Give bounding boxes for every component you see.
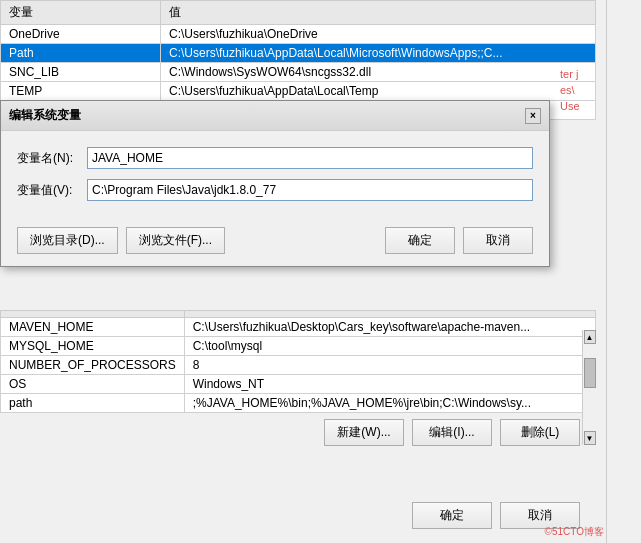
main-background: 变量 值 OneDriveC:\Users\fuzhikua\OneDriveP… (0, 0, 610, 543)
modal-close-button[interactable]: × (525, 108, 541, 124)
modal-ok-button[interactable]: 确定 (385, 227, 455, 254)
user-var-row[interactable]: SNC_LIBC:\Windows\SysWOW64\sncgss32.dll (1, 63, 596, 82)
user-var-row[interactable]: PathC:\Users\fuzhikua\AppData\Local\Micr… (1, 44, 596, 63)
user-var-val: C:\Users\fuzhikua\AppData\Local\Microsof… (161, 44, 596, 63)
modal-titlebar: 编辑系统变量 × (1, 101, 549, 131)
watermark: ©51CTO博客 (545, 525, 604, 539)
modal-body: 变量名(N): 变量值(V): (1, 131, 549, 223)
user-var-name: SNC_LIB (1, 63, 161, 82)
browse-dir-button[interactable]: 浏览目录(D)... (17, 227, 118, 254)
bottom-ok-button[interactable]: 确定 (412, 502, 492, 529)
modal-title: 编辑系统变量 (9, 107, 81, 124)
user-var-row[interactable]: TEMPC:\Users\fuzhikua\AppData\Local\Temp (1, 82, 596, 101)
right-partial-text: ter j es\ Use (560, 0, 610, 116)
modal-cancel-button[interactable]: 取消 (463, 227, 533, 254)
partial-text-1: ter j (560, 68, 610, 80)
varname-label: 变量名(N): (17, 150, 87, 167)
user-var-row[interactable]: OneDriveC:\Users\fuzhikua\OneDrive (1, 25, 596, 44)
varname-row: 变量名(N): (17, 147, 533, 169)
modal-action-buttons: 浏览目录(D)... 浏览文件(F)... 确定 取消 (1, 223, 549, 266)
browse-file-button[interactable]: 浏览文件(F)... (126, 227, 225, 254)
user-var-val: C:\Windows\SysWOW64\sncgss32.dll (161, 63, 596, 82)
user-var-name: Path (1, 44, 161, 63)
col-header-val: 值 (161, 1, 596, 25)
varval-label: 变量值(V): (17, 182, 87, 199)
col-header-var: 变量 (1, 1, 161, 25)
user-var-name: OneDrive (1, 25, 161, 44)
edit-sysvar-dialog: 编辑系统变量 × 变量名(N): 变量值(V): 浏览目录(D)... 浏览文件… (0, 100, 550, 267)
user-var-val: C:\Users\fuzhikua\AppData\Local\Temp (161, 82, 596, 101)
varval-input[interactable] (87, 179, 533, 201)
modal-overlay: 编辑系统变量 × 变量名(N): 变量值(V): 浏览目录(D)... 浏览文件… (0, 100, 641, 460)
partial-text-2: es\ (560, 84, 610, 96)
varval-row: 变量值(V): (17, 179, 533, 201)
user-var-name: TEMP (1, 82, 161, 101)
varname-input[interactable] (87, 147, 533, 169)
user-var-val: C:\Users\fuzhikua\OneDrive (161, 25, 596, 44)
